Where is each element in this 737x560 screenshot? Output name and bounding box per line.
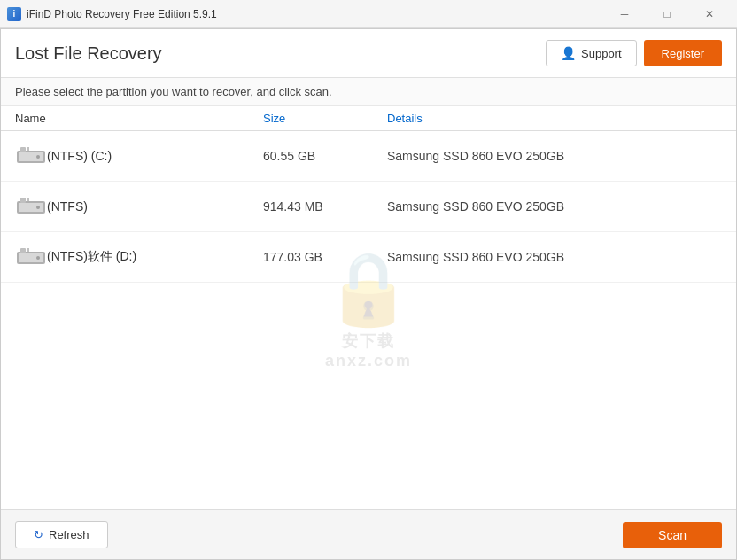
partition-details: Samsung SSD 860 EVO 250GB xyxy=(387,149,722,163)
drive-icon xyxy=(15,144,47,168)
partition-size: 177.03 GB xyxy=(263,250,387,264)
refresh-button[interactable]: ↻ Refresh xyxy=(15,521,108,548)
partition-name: (NTFS) xyxy=(47,199,263,214)
title-bar: i iFinD Photo Recovery Free Edition 5.9.… xyxy=(0,0,737,28)
minimize-button[interactable]: ─ xyxy=(604,0,645,28)
svg-rect-3 xyxy=(27,147,29,151)
support-button[interactable]: 👤 Support xyxy=(546,40,637,66)
partition-name: (NTFS)软件 (D:) xyxy=(47,249,263,265)
table-header: Name Size Details xyxy=(1,106,736,131)
info-bar: Please select the partition you want to … xyxy=(1,78,736,106)
scan-button[interactable]: Scan xyxy=(623,522,722,548)
drive-icon xyxy=(15,245,47,269)
svg-rect-13 xyxy=(27,248,29,252)
maximize-button[interactable]: □ xyxy=(647,0,687,28)
window-controls: ─ □ ✕ xyxy=(604,0,730,28)
partition-list: (NTFS) (C:) 60.55 GB Samsung SSD 860 EVO… xyxy=(1,131,736,509)
column-details: Details xyxy=(387,112,722,125)
header-actions: 👤 Support Register xyxy=(546,40,722,66)
svg-rect-7 xyxy=(20,198,26,203)
app-icon: i xyxy=(7,7,21,21)
title-bar-text: iFinD Photo Recovery Free Edition 5.9.1 xyxy=(27,8,604,20)
partition-row[interactable]: (NTFS) 914.43 MB Samsung SSD 860 EVO 250… xyxy=(1,182,736,232)
svg-rect-12 xyxy=(20,248,26,253)
drive-icon xyxy=(15,194,47,219)
app-header: Lost File Recovery 👤 Support Register xyxy=(1,29,736,78)
info-message: Please select the partition you want to … xyxy=(15,85,332,98)
column-name: Name xyxy=(15,112,263,125)
partition-row[interactable]: (NTFS) (C:) 60.55 GB Samsung SSD 860 EVO… xyxy=(1,131,736,182)
partition-details: Samsung SSD 860 EVO 250GB xyxy=(387,199,722,214)
svg-point-4 xyxy=(36,155,40,159)
support-label: Support xyxy=(581,47,622,60)
person-icon: 👤 xyxy=(561,46,576,60)
partition-details: Samsung SSD 860 EVO 250GB xyxy=(387,250,722,264)
column-size: Size xyxy=(263,112,387,125)
partition-name: (NTFS) (C:) xyxy=(47,149,263,163)
partition-size: 914.43 MB xyxy=(263,199,387,214)
register-button[interactable]: Register xyxy=(644,40,722,66)
svg-point-9 xyxy=(36,206,40,209)
partition-size: 60.55 GB xyxy=(263,149,387,163)
svg-point-14 xyxy=(36,256,40,260)
svg-rect-2 xyxy=(20,147,26,152)
close-button[interactable]: ✕ xyxy=(689,0,730,28)
svg-rect-8 xyxy=(27,198,29,201)
main-window: Lost File Recovery 👤 Support Register Pl… xyxy=(0,28,737,560)
page-title: Lost File Recovery xyxy=(15,43,546,64)
partition-row[interactable]: (NTFS)软件 (D:) 177.03 GB Samsung SSD 860 … xyxy=(1,232,736,283)
refresh-label: Refresh xyxy=(49,528,89,541)
footer: ↻ Refresh Scan xyxy=(1,509,736,559)
refresh-icon: ↻ xyxy=(34,528,43,541)
content-area: Name Size Details (NTFS) (C:) 60.55 GB S… xyxy=(1,106,736,509)
